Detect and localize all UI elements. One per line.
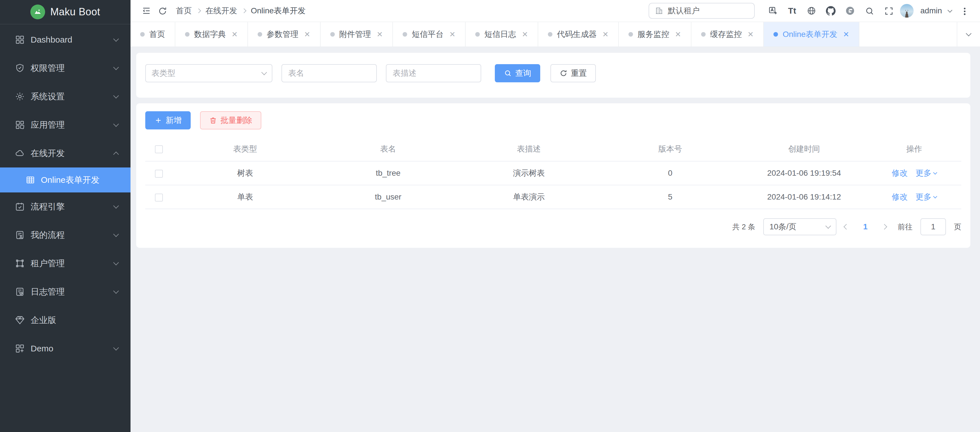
chevron-down-icon <box>261 70 267 75</box>
search-icon <box>504 69 512 77</box>
tab-home[interactable]: 首页 <box>130 22 175 46</box>
cell-table-desc: 演示树表 <box>458 161 599 185</box>
globe-button[interactable] <box>803 3 819 19</box>
tab-label: 代码生成器 <box>557 29 597 40</box>
sidebar-item-label: 租户管理 <box>31 258 114 269</box>
sidebar-item-app-management[interactable]: 应用管理 <box>0 111 130 139</box>
tab-cache-monitor[interactable]: 缓存监控 ✕ <box>692 22 764 46</box>
sidebar-item-log-management[interactable]: 日志管理 <box>0 277 130 306</box>
cell-table-desc: 单表演示 <box>458 185 599 209</box>
more-dropdown[interactable]: 更多 <box>916 191 937 202</box>
sidebar-item-system-settings[interactable]: 系统设置 <box>0 82 130 111</box>
gitee-button[interactable] <box>842 3 858 19</box>
chevron-down-icon <box>113 203 119 209</box>
close-icon[interactable]: ✕ <box>602 30 609 39</box>
close-icon[interactable]: ✕ <box>843 30 849 39</box>
search-button[interactable] <box>861 3 877 19</box>
table-desc-input[interactable] <box>386 64 481 82</box>
refresh-page-button[interactable] <box>154 3 170 19</box>
tab-label: 数据字典 <box>194 29 226 40</box>
font-size-icon: Tt <box>788 6 796 16</box>
reset-button[interactable]: 重置 <box>550 64 596 82</box>
sidebar-item-online-form-dev[interactable]: Online表单开发 <box>0 167 130 193</box>
tab-data-dict[interactable]: 数据字典 ✕ <box>175 22 248 46</box>
edit-link[interactable]: 修改 <box>892 168 908 179</box>
page-size-select[interactable]: 10条/页 <box>763 218 837 235</box>
github-button[interactable] <box>823 3 839 19</box>
fullscreen-button[interactable] <box>881 3 897 19</box>
sidebar-item-dashboard[interactable]: Dashboard <box>0 26 130 54</box>
tab-service-monitor[interactable]: 服务监控 ✕ <box>619 22 692 46</box>
sidebar-item-label: Dashboard <box>31 35 114 45</box>
tab-sms-log[interactable]: 短信日志 ✕ <box>466 22 538 46</box>
sidebar-item-demo[interactable]: Demo <box>0 334 130 363</box>
prev-page-button[interactable] <box>843 224 849 230</box>
language-button[interactable] <box>765 3 781 19</box>
sidebar-item-label: 企业版 <box>31 314 118 326</box>
cell-version: 0 <box>599 161 741 185</box>
col-version: 版本号 <box>599 137 741 161</box>
add-button[interactable]: 新增 <box>145 111 191 129</box>
table-row: 单表 tb_user 单表演示 5 2024-01-06 19:14:12 修改… <box>145 185 961 209</box>
add-button-label: 新增 <box>166 115 181 126</box>
tab-bar: 首页 数据字典 ✕ 参数管理 ✕ 附件管理 ✕ 短信平台 ✕ <box>130 22 980 47</box>
close-icon[interactable]: ✕ <box>232 30 238 39</box>
breadcrumb-home[interactable]: 首页 <box>176 5 192 16</box>
tab-attachment-management[interactable]: 附件管理 ✕ <box>321 22 393 46</box>
close-icon[interactable]: ✕ <box>377 30 383 39</box>
row-checkbox[interactable] <box>155 170 163 178</box>
tab-label: Online表单开发 <box>783 29 837 40</box>
goto-label: 前往 <box>898 222 912 232</box>
row-checkbox[interactable] <box>155 194 163 201</box>
close-icon[interactable]: ✕ <box>449 30 455 39</box>
sidebar-item-label: 日志管理 <box>31 286 114 298</box>
close-icon[interactable]: ✕ <box>675 30 681 39</box>
cloud-icon <box>15 148 25 158</box>
sidebar-item-tenant-management[interactable]: 租户管理 <box>0 249 130 277</box>
translate-icon <box>768 6 778 16</box>
sidebar-item-permissions[interactable]: 权限管理 <box>0 54 130 82</box>
table-type-select[interactable]: 表类型 <box>145 64 272 82</box>
tab-sms-platform[interactable]: 短信平台 ✕ <box>393 22 466 46</box>
sidebar-item-workflow-engine[interactable]: 流程引擎 <box>0 193 130 221</box>
tab-dot-icon <box>628 32 633 37</box>
logo-icon <box>30 5 45 19</box>
app-root: Maku Boot Dashboard 权限管理 系统设置 应用管理 <box>0 0 980 432</box>
chevron-right-icon <box>196 8 201 13</box>
tab-online-form-dev[interactable]: Online表单开发 ✕ <box>764 22 859 46</box>
fullscreen-icon <box>884 6 893 15</box>
page-content: 表类型 查询 重置 新增 <box>130 47 980 432</box>
page-number-1[interactable]: 1 <box>860 222 871 231</box>
app-title: Maku Boot <box>50 6 100 18</box>
batch-delete-button[interactable]: 批量删除 <box>200 111 261 129</box>
main-column: 首页 在线开发 Online表单开发 默认租户 Tt <box>130 0 980 432</box>
sidebar-collapse-button[interactable] <box>138 3 154 19</box>
goto-page-input[interactable] <box>920 218 946 235</box>
chevron-right-icon <box>242 8 247 13</box>
sidebar-menu: Dashboard 权限管理 系统设置 应用管理 在线开发 <box>0 24 130 432</box>
select-all-checkbox[interactable] <box>155 145 163 153</box>
tab-param-management[interactable]: 参数管理 ✕ <box>248 22 321 46</box>
username[interactable]: admin <box>920 6 942 15</box>
more-dropdown[interactable]: 更多 <box>916 168 937 179</box>
close-icon[interactable]: ✕ <box>304 30 310 39</box>
col-table-desc: 表描述 <box>458 137 599 161</box>
font-size-button[interactable]: Tt <box>784 3 800 19</box>
close-icon[interactable]: ✕ <box>522 30 528 39</box>
tab-dropdown-button[interactable] <box>957 22 980 46</box>
breadcrumb-online-dev[interactable]: 在线开发 <box>205 5 237 16</box>
close-icon[interactable]: ✕ <box>748 30 754 39</box>
tab-code-generator[interactable]: 代码生成器 ✕ <box>538 22 619 46</box>
avatar[interactable] <box>900 4 913 18</box>
edit-link[interactable]: 修改 <box>892 191 908 202</box>
next-page-button[interactable] <box>881 224 887 230</box>
tenant-select[interactable]: 默认租户 <box>649 3 755 19</box>
sidebar-item-online-dev[interactable]: 在线开发 <box>0 139 130 167</box>
table-name-input[interactable] <box>282 64 377 82</box>
query-button[interactable]: 查询 <box>495 64 540 82</box>
sidebar-item-enterprise[interactable]: 企业版 <box>0 306 130 334</box>
sidebar-item-label: 系统设置 <box>31 91 114 102</box>
sidebar-item-my-workflow[interactable]: 我的流程 <box>0 221 130 249</box>
settings-kebab-button[interactable] <box>956 3 972 19</box>
total-count: 共 2 条 <box>732 222 755 232</box>
